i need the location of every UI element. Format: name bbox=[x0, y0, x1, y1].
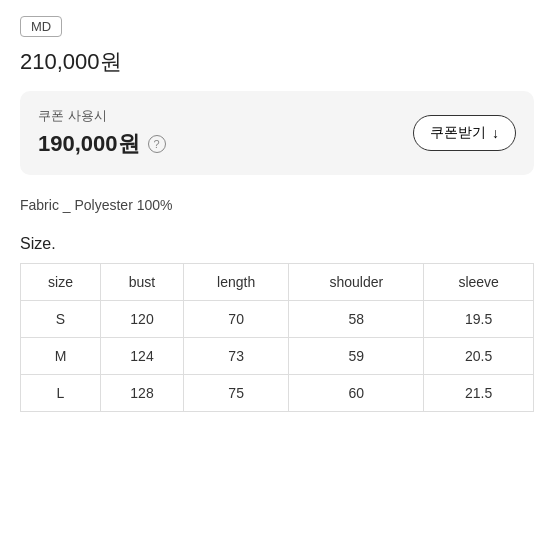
col-header-sleeve: sleeve bbox=[424, 264, 534, 301]
table-cell: 70 bbox=[183, 301, 288, 338]
table-row: M124735920.5 bbox=[21, 338, 534, 375]
size-table: size bust length shoulder sleeve S120705… bbox=[20, 263, 534, 412]
size-badge: MD bbox=[20, 16, 62, 37]
table-cell: 120 bbox=[101, 301, 184, 338]
table-cell: 124 bbox=[101, 338, 184, 375]
table-cell: 58 bbox=[289, 301, 424, 338]
col-header-length: length bbox=[183, 264, 288, 301]
coupon-left: 쿠폰 사용시 190,000원 ? bbox=[38, 107, 166, 159]
table-cell: 73 bbox=[183, 338, 288, 375]
question-icon[interactable]: ? bbox=[148, 135, 166, 153]
table-cell: 60 bbox=[289, 375, 424, 412]
col-header-shoulder: shoulder bbox=[289, 264, 424, 301]
table-cell: 59 bbox=[289, 338, 424, 375]
table-cell: 128 bbox=[101, 375, 184, 412]
table-row: S120705819.5 bbox=[21, 301, 534, 338]
coupon-button[interactable]: 쿠폰받기 ↓ bbox=[413, 115, 516, 151]
table-cell: L bbox=[21, 375, 101, 412]
table-header-row: size bust length shoulder sleeve bbox=[21, 264, 534, 301]
original-price: 210,000원 bbox=[20, 47, 534, 77]
fabric-info: Fabric _ Polyester 100% bbox=[20, 197, 534, 213]
col-header-size: size bbox=[21, 264, 101, 301]
coupon-price: 190,000원 bbox=[38, 129, 140, 159]
table-cell: 21.5 bbox=[424, 375, 534, 412]
table-cell: M bbox=[21, 338, 101, 375]
table-cell: S bbox=[21, 301, 101, 338]
coupon-download-icon: ↓ bbox=[492, 125, 499, 141]
col-header-bust: bust bbox=[101, 264, 184, 301]
table-row: L128756021.5 bbox=[21, 375, 534, 412]
table-cell: 20.5 bbox=[424, 338, 534, 375]
coupon-button-label: 쿠폰받기 bbox=[430, 124, 486, 142]
size-title: Size. bbox=[20, 235, 534, 253]
table-cell: 19.5 bbox=[424, 301, 534, 338]
coupon-box: 쿠폰 사용시 190,000원 ? 쿠폰받기 ↓ bbox=[20, 91, 534, 175]
table-cell: 75 bbox=[183, 375, 288, 412]
coupon-label: 쿠폰 사용시 bbox=[38, 107, 166, 125]
